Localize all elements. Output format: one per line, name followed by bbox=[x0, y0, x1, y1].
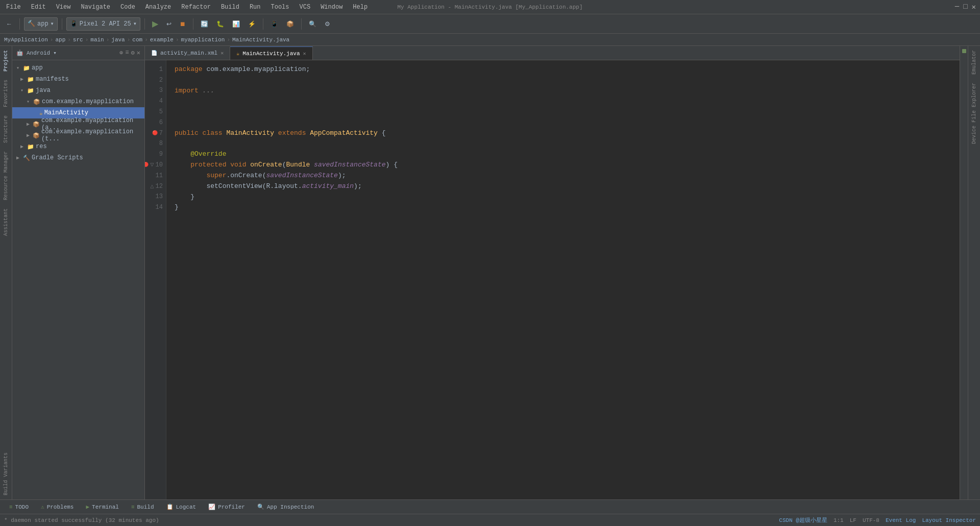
close-button[interactable]: ✕ bbox=[972, 3, 976, 11]
menu-edit[interactable]: Edit bbox=[29, 3, 48, 12]
bottom-tab-todo[interactable]: ≡ TODO bbox=[4, 501, 34, 513]
menu-view[interactable]: View bbox=[54, 3, 73, 12]
chevron-app: ▾ bbox=[16, 65, 21, 71]
bc-com[interactable]: com bbox=[132, 37, 142, 43]
bc-myapplication[interactable]: MyApplication bbox=[4, 37, 48, 43]
tree-item-app[interactable]: ▾ 📁 app bbox=[12, 62, 144, 74]
tree-item-package-main[interactable]: ▾ 📦 com.example.myapplication bbox=[12, 96, 144, 107]
project-panel-label[interactable]: Project bbox=[1, 46, 11, 76]
tab-close-mainactivity[interactable]: ✕ bbox=[303, 51, 306, 57]
menu-vcs[interactable]: VCS bbox=[298, 3, 313, 12]
tree-item-package-t[interactable]: ▶ 📦 com.example.myapplication (t... bbox=[12, 130, 144, 141]
code-content[interactable]: package com.example.myapplication; impor… bbox=[166, 60, 960, 499]
menu-tools[interactable]: Tools bbox=[269, 3, 291, 12]
profile-button[interactable]: 📊 bbox=[229, 17, 243, 31]
tree-item-manifests[interactable]: ▶ 📁 manifests bbox=[12, 74, 144, 85]
gutter-fold-icon[interactable]: ▽ bbox=[150, 160, 154, 170]
bc-src[interactable]: src bbox=[73, 37, 83, 43]
line-num-12: △ 12 bbox=[145, 181, 163, 192]
code-line-4 bbox=[175, 96, 960, 107]
bottom-tab-profiler[interactable]: 📈 Profiler bbox=[203, 501, 250, 513]
tree-item-java[interactable]: ▾ 📁 java bbox=[12, 85, 144, 96]
menu-bar[interactable]: File Edit View Navigate Code Analyze Ref… bbox=[4, 3, 370, 12]
favorites-label[interactable]: Favorites bbox=[1, 76, 11, 111]
search-everywhere-button[interactable]: 🔍 bbox=[306, 17, 320, 31]
layout-inspector-link[interactable]: Layout Inspector bbox=[922, 517, 976, 523]
event-log-link[interactable]: Event Log bbox=[886, 517, 916, 523]
collapse-all-icon[interactable]: ≡ bbox=[125, 49, 129, 57]
bc-example[interactable]: example bbox=[150, 37, 174, 43]
stop-button[interactable]: ⏹ bbox=[177, 17, 189, 31]
todo-label: TODO bbox=[15, 504, 29, 510]
menu-navigate[interactable]: Navigate bbox=[79, 3, 112, 12]
tab-activity-main[interactable]: 📄 activity_main.xml ✕ bbox=[145, 46, 230, 60]
tree-item-res[interactable]: ▶ 📁 res bbox=[12, 141, 144, 152]
menu-code[interactable]: Code bbox=[118, 3, 137, 12]
brace-close-13: } bbox=[190, 192, 194, 203]
back-button[interactable]: ← bbox=[3, 17, 15, 31]
menu-build[interactable]: Build bbox=[219, 3, 241, 12]
dot-oncreate: .onCreate( bbox=[226, 171, 266, 181]
menu-window[interactable]: Window bbox=[318, 3, 345, 12]
status-bar-left: * daemon started successfully (32 minute… bbox=[4, 517, 159, 523]
java-tab-icon: ☕ bbox=[236, 51, 239, 57]
bc-sep-5: › bbox=[144, 37, 148, 43]
menu-file[interactable]: File bbox=[4, 3, 23, 12]
debug-button[interactable]: 🐛 bbox=[213, 17, 227, 31]
menu-analyze[interactable]: Analyze bbox=[143, 3, 173, 12]
sync-project-icon[interactable]: ⊕ bbox=[119, 49, 123, 57]
bc-mainactivity[interactable]: MainActivity.java bbox=[232, 37, 289, 43]
tab-close-activity-main[interactable]: ✕ bbox=[220, 50, 224, 56]
bottom-tab-logcat[interactable]: 📋 Logcat bbox=[161, 501, 202, 513]
maximize-button[interactable]: □ bbox=[963, 3, 967, 11]
coverage-button[interactable]: ⚡ bbox=[245, 17, 259, 31]
sdk-button[interactable]: 📦 bbox=[283, 17, 297, 31]
status-encoding[interactable]: UTF-8 bbox=[863, 517, 879, 523]
status-line-ending[interactable]: LF bbox=[850, 517, 856, 523]
bottom-tab-terminal[interactable]: ▶ Terminal bbox=[81, 501, 124, 513]
device-dropdown[interactable]: 📱 Pixel 2 API 25 ▾ bbox=[66, 17, 140, 31]
window-controls[interactable]: ─ □ ✕ bbox=[955, 3, 976, 11]
assistant-label[interactable]: Assistant bbox=[1, 204, 11, 240]
project-type-arrow[interactable]: ▾ bbox=[53, 50, 57, 56]
bc-app[interactable]: app bbox=[55, 37, 65, 43]
project-type-dropdown[interactable]: Android bbox=[27, 50, 50, 56]
menu-run[interactable]: Run bbox=[248, 3, 263, 12]
menu-help[interactable]: Help bbox=[351, 3, 370, 12]
emulator-label[interactable]: Emulator bbox=[969, 46, 979, 79]
bc-main[interactable]: main bbox=[90, 37, 104, 43]
bottom-tab-problems[interactable]: ⚠ Problems bbox=[36, 501, 79, 513]
line-num-1: 1 bbox=[145, 64, 163, 75]
build-variants-label[interactable]: Build Variants bbox=[1, 448, 11, 499]
code-editor[interactable]: 1 2 3 4 5 6 🔴 7 8 9 🔴 ▽ 10 11 bbox=[145, 60, 960, 499]
project-panel-icons[interactable]: ⊕ ≡ ⚙ ✕ bbox=[119, 49, 140, 57]
folder-res-icon: 📁 bbox=[27, 144, 34, 150]
bottom-tab-build[interactable]: ≡ Build bbox=[126, 501, 159, 513]
bc-myapplication2[interactable]: myapplication bbox=[181, 37, 225, 43]
close-panel-icon[interactable]: ✕ bbox=[137, 49, 140, 57]
bottom-tab-app-inspection[interactable]: 🔍 App Inspection bbox=[252, 501, 319, 513]
structure-label[interactable]: Structure bbox=[1, 111, 11, 147]
minimize-button[interactable]: ─ bbox=[955, 3, 959, 11]
bc-java[interactable]: java bbox=[111, 37, 125, 43]
avd-button[interactable]: 📱 bbox=[267, 17, 281, 31]
line-num-13: 13 bbox=[145, 192, 163, 203]
project-settings-icon[interactable]: ⚙ bbox=[131, 49, 135, 57]
kw-void: void bbox=[230, 160, 250, 171]
terminal-icon: ▶ bbox=[86, 504, 89, 510]
code-line-6 bbox=[175, 117, 960, 128]
settings-button[interactable]: ⚙ bbox=[322, 17, 333, 31]
tree-item-gradle[interactable]: ▶ 🔨 Gradle Scripts bbox=[12, 152, 144, 163]
sync-button[interactable]: 🔄 bbox=[198, 17, 211, 31]
menu-refactor[interactable]: Refactor bbox=[179, 3, 213, 12]
tab-mainactivity[interactable]: ☕ MainActivity.java ✕ bbox=[230, 46, 312, 60]
run-button[interactable]: ▶ bbox=[149, 17, 161, 31]
device-file-explorer-label[interactable]: Device File Explorer bbox=[969, 79, 979, 148]
status-csdn[interactable]: CSDN @超级小星星 bbox=[779, 516, 827, 524]
toolbar-separator-2 bbox=[62, 18, 62, 30]
gutter-fold-12[interactable]: △ bbox=[150, 182, 154, 192]
project-dropdown[interactable]: 🔨 app ▾ bbox=[24, 17, 58, 31]
chevron-gradle: ▶ bbox=[16, 155, 21, 161]
resource-manager-label[interactable]: Resource Manager bbox=[1, 147, 11, 204]
rerun-button[interactable]: ↩ bbox=[163, 17, 175, 31]
